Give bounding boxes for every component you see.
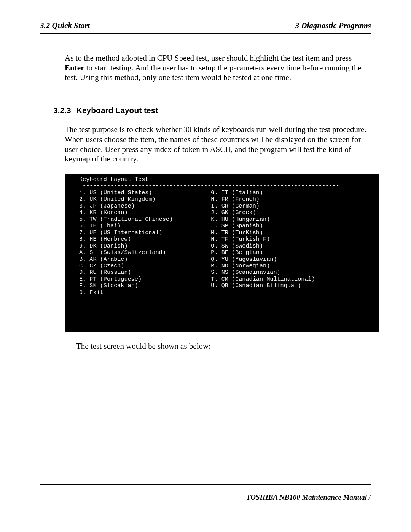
- section-title: Keyboard Layout test: [76, 106, 158, 115]
- page-content: 3.2 Quick Start 3 Diagnostic Programs As…: [40, 21, 371, 509]
- terminal-screenshot: Keyboard Layout Test -------------------…: [65, 174, 379, 332]
- footer-rule: [40, 484, 371, 485]
- after-terminal-paragraph: The test screen would be shown as below:: [65, 342, 371, 351]
- footer-text: TOSHIBA NB100 Maintenance Manual7: [40, 493, 371, 502]
- running-header: 3.2 Quick Start 3 Diagnostic Programs: [40, 21, 371, 32]
- header-left: 3.2 Quick Start: [40, 21, 90, 30]
- body: As to the method adopted in CPU Speed te…: [40, 53, 371, 351]
- header-right: 3 Diagnostic Programs: [295, 21, 371, 30]
- intro-post: to start testing. And the user has to se…: [65, 63, 362, 82]
- footer-manual-title: TOSHIBA NB100 Maintenance Manual: [246, 493, 367, 501]
- intro-bold: Enter: [65, 63, 84, 72]
- intro-pre: As to the method adopted in CPU Speed te…: [65, 53, 352, 62]
- footer: TOSHIBA NB100 Maintenance Manual7: [40, 484, 371, 502]
- section-heading: 3.2.3Keyboard Layout test: [53, 105, 371, 115]
- intro-paragraph: As to the method adopted in CPU Speed te…: [65, 53, 371, 83]
- footer-page-number: 7: [368, 494, 371, 501]
- header-rule: [40, 33, 371, 34]
- section-paragraph: The test purpose is to check whether 30 …: [65, 125, 371, 164]
- section-number: 3.2.3: [53, 106, 71, 115]
